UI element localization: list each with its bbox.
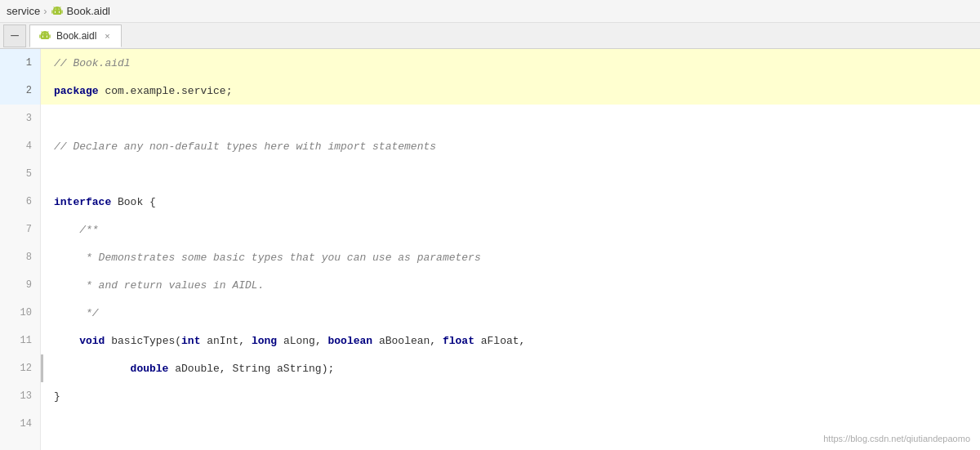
line-numbers: 1234567891011121314 <box>0 49 41 450</box>
code-area[interactable]: // Book.aidlpackage com.example.service;… <box>41 49 980 450</box>
code-line-6: interface Book { <box>41 188 980 216</box>
tab-book-aidl[interactable]: Book.aidl × <box>29 25 122 47</box>
line-number-1: 1 <box>0 49 40 77</box>
code-line-3 <box>41 105 980 132</box>
breadcrumb-root[interactable]: service <box>7 5 40 17</box>
sidebar-toggle-button[interactable]: — <box>3 25 26 47</box>
tab-bar: — Book.aidl × <box>0 23 980 49</box>
editor: 1234567891011121314 // Book.aidlpackage … <box>0 49 980 450</box>
line-number-10: 10 <box>0 299 40 327</box>
breadcrumb-separator: › <box>43 5 47 17</box>
code-line-4: // Declare any non-default types here wi… <box>41 132 980 160</box>
tab-android-icon <box>38 29 51 42</box>
watermark: https://blog.csdn.net/qiutiandepaomo <box>823 434 970 443</box>
line-number-4: 4 <box>0 132 40 160</box>
line-number-2: 2 <box>0 77 40 105</box>
line-number-11: 11 <box>0 327 40 354</box>
code-line-9: * and return values in AIDL. <box>41 271 980 299</box>
code-line-13: } <box>41 382 980 410</box>
code-line-8: * Demonstrates some basic types that you… <box>41 243 980 271</box>
line-number-9: 9 <box>0 271 40 299</box>
svg-point-9 <box>58 8 59 9</box>
tab-close-button[interactable]: × <box>101 30 113 42</box>
code-line-1: // Book.aidl <box>41 49 980 77</box>
tab-label: Book.aidl <box>56 30 96 42</box>
svg-point-8 <box>55 8 56 9</box>
line-number-6: 6 <box>0 188 40 216</box>
line-number-8: 8 <box>0 243 40 271</box>
svg-point-18 <box>42 33 43 33</box>
code-line-7: /** <box>41 216 980 243</box>
line-number-13: 13 <box>0 382 40 410</box>
line-number-7: 7 <box>0 216 40 243</box>
code-line-2: package com.example.service; <box>41 77 980 105</box>
svg-rect-11 <box>41 34 49 39</box>
android-icon <box>51 5 64 18</box>
line-number-12: 12 <box>0 354 40 382</box>
line-number-14: 14 <box>0 410 40 438</box>
line-number-3: 3 <box>0 105 40 132</box>
breadcrumb: service › Book.aidl <box>0 0 980 23</box>
svg-point-19 <box>46 33 47 33</box>
line-number-5: 5 <box>0 160 40 188</box>
breadcrumb-file: Book.aidl <box>67 5 110 17</box>
code-line-11: void basicTypes(int anInt, long aLong, b… <box>41 327 980 354</box>
code-line-10: */ <box>41 299 980 327</box>
code-line-5 <box>41 160 980 188</box>
code-line-12: double aDouble, String aString); <box>41 354 980 382</box>
svg-rect-1 <box>53 10 61 15</box>
